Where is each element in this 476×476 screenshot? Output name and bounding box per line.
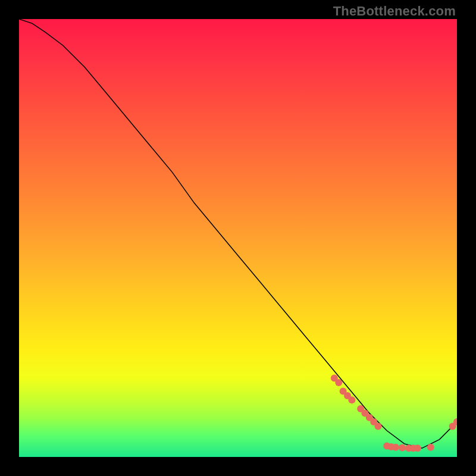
chart-marker bbox=[375, 423, 382, 430]
chart-marker bbox=[414, 444, 421, 452]
watermark-text: TheBottleneck.com bbox=[333, 4, 456, 19]
chart-curve bbox=[19, 19, 457, 448]
chart-stage: TheBottleneck.com bbox=[0, 0, 476, 476]
chart-marker bbox=[427, 444, 434, 451]
chart-marker bbox=[348, 396, 355, 403]
chart-plot-area bbox=[19, 19, 457, 457]
chart-marker bbox=[399, 444, 406, 452]
chart-marker bbox=[392, 444, 399, 451]
chart-svg bbox=[19, 19, 457, 457]
chart-marker bbox=[335, 379, 342, 386]
